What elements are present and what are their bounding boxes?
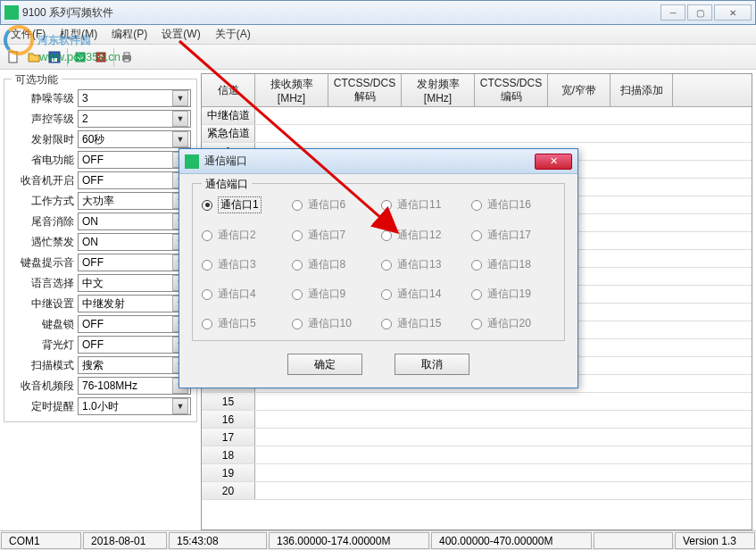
- port-option-6: 通信口7: [292, 228, 377, 243]
- svg-rect-6: [124, 53, 129, 55]
- radio-icon: [381, 319, 392, 329]
- select-key_beep[interactable]: OFF: [78, 254, 191, 271]
- write-radio-icon[interactable]: [91, 47, 111, 67]
- select-key_lock[interactable]: OFF: [78, 315, 191, 333]
- select-power_save[interactable]: OFF: [78, 151, 191, 169]
- select-timer[interactable]: 1.0小时: [78, 397, 191, 415]
- row-head[interactable]: 紧急信道: [202, 125, 255, 142]
- select-backlight[interactable]: OFF: [78, 336, 191, 354]
- dialog-titlebar[interactable]: 通信端口 ✕: [179, 149, 577, 174]
- row-head[interactable]: 19: [202, 464, 255, 481]
- radio-icon: [202, 230, 212, 241]
- value-tx_time: 60秒: [82, 132, 104, 147]
- grid-col-scan: 扫描添加: [611, 74, 673, 106]
- radio-icon: [202, 289, 212, 300]
- svg-rect-2: [52, 58, 57, 62]
- value-repeater: 中继发射: [82, 296, 125, 312]
- value-timer: 1.0小时: [82, 399, 119, 414]
- menu-model[interactable]: 机型(M): [53, 27, 104, 42]
- port-option-11: 通信口13: [381, 257, 466, 272]
- value-fm_band: 76-108MHz: [82, 379, 137, 392]
- port-option-8: 通信口17: [471, 228, 556, 243]
- port-label: 通信口3: [218, 257, 256, 272]
- port-label: 通信口5: [218, 316, 256, 331]
- select-busy_lock[interactable]: ON: [78, 233, 191, 251]
- menu-about[interactable]: 关于(A): [208, 27, 258, 42]
- radio-icon: [471, 260, 482, 271]
- com-port-dialog: 通信端口 ✕ 通信端口 通信口1 通信口6 通信口11 通信口16 通信口2 通…: [179, 148, 578, 388]
- grid-col-enc: CTCSS/DCS 编码: [475, 74, 548, 106]
- port-label: 通信口14: [397, 287, 441, 302]
- dialog-icon: [185, 154, 199, 169]
- select-radio_on[interactable]: OFF: [78, 171, 191, 189]
- row-head[interactable]: 中继信道: [202, 107, 255, 124]
- row-head[interactable]: 17: [202, 429, 255, 446]
- radio-icon: [292, 260, 303, 271]
- port-label: 通信口4: [218, 287, 256, 302]
- app-icon: [4, 5, 19, 20]
- select-work_mode[interactable]: 大功率: [78, 192, 191, 210]
- port-option-3: 通信口11: [381, 196, 466, 213]
- options-title: 可选功能: [12, 72, 62, 88]
- select-vox[interactable]: 2: [78, 110, 191, 128]
- port-option-17: 通信口5: [202, 316, 287, 331]
- options-groupbox: 可选功能 静噪等级 3声控等级 2发射限时 60秒省电功能 OFF收音机开启 O…: [4, 79, 197, 422]
- select-fm_band[interactable]: 76-108MHz: [78, 377, 191, 395]
- maximize-button[interactable]: ▢: [687, 4, 712, 21]
- row-head[interactable]: 18: [202, 446, 255, 463]
- cancel-button[interactable]: 取消: [395, 354, 469, 375]
- window-title: 9100 系列写频软件: [22, 5, 660, 21]
- read-radio-icon[interactable]: [71, 47, 90, 67]
- value-vox: 2: [82, 112, 88, 125]
- select-scan_mode[interactable]: 搜索: [78, 356, 191, 374]
- select-tx_time[interactable]: 60秒: [78, 130, 191, 148]
- port-label: 通信口20: [487, 316, 531, 331]
- dialog-title: 通信端口: [204, 154, 535, 169]
- close-button[interactable]: ✕: [714, 4, 752, 21]
- radio-icon: [381, 200, 392, 211]
- port-label: 通信口11: [397, 197, 441, 212]
- menu-program[interactable]: 编程(P): [104, 27, 154, 42]
- save-file-icon[interactable]: [45, 47, 64, 67]
- open-file-icon[interactable]: [24, 47, 44, 67]
- row-head[interactable]: 20: [202, 482, 255, 499]
- label-timer: 定时提醒: [10, 399, 78, 414]
- grid-col-dec: CTCSS/DCS 解码: [328, 74, 402, 106]
- select-language[interactable]: 中文: [78, 274, 191, 292]
- status-version: Version 1.3: [675, 532, 755, 549]
- port-label: 通信口16: [487, 197, 531, 212]
- svg-rect-7: [124, 59, 129, 62]
- menu-file[interactable]: 文件(F): [4, 27, 53, 42]
- row-head[interactable]: 16: [202, 411, 255, 428]
- radio-icon: [471, 230, 482, 241]
- select-repeater[interactable]: 中继发射: [78, 295, 191, 312]
- status-time: 15:43:08: [169, 532, 267, 549]
- port-option-1[interactable]: 通信口1: [202, 196, 287, 213]
- port-label: 通信口13: [397, 257, 441, 272]
- label-busy_lock: 遇忙禁发: [10, 235, 78, 250]
- menu-settings[interactable]: 设置(W): [154, 27, 207, 42]
- port-label: 通信口12: [397, 228, 441, 243]
- port-option-2: 通信口6: [292, 196, 377, 213]
- new-file-icon[interactable]: [4, 47, 23, 67]
- port-label: 通信口2: [218, 228, 256, 243]
- grid-col-band: 宽/窄带: [548, 74, 611, 106]
- print-icon[interactable]: [117, 47, 137, 67]
- port-option-14: 通信口9: [292, 287, 377, 302]
- port-option-4: 通信口16: [471, 196, 556, 213]
- label-scan_mode: 扫描模式: [10, 358, 78, 373]
- ok-button[interactable]: 确定: [287, 354, 362, 375]
- select-tail_elim[interactable]: ON: [78, 212, 191, 230]
- port-label: 通信口10: [308, 316, 352, 331]
- port-group-title: 通信端口: [202, 177, 252, 192]
- status-date: 2018-08-01: [83, 532, 167, 549]
- grid-col-rx: 接收频率 [MHz]: [255, 74, 328, 106]
- label-work_mode: 工作方式: [10, 194, 78, 209]
- row-head[interactable]: 15: [202, 393, 255, 410]
- minimize-button[interactable]: ─: [660, 4, 685, 21]
- dialog-close-button[interactable]: ✕: [535, 154, 572, 170]
- radio-icon: [292, 319, 303, 329]
- port-option-5: 通信口2: [202, 228, 287, 243]
- port-label: 通信口15: [397, 316, 441, 331]
- select-squelch[interactable]: 3: [78, 89, 191, 107]
